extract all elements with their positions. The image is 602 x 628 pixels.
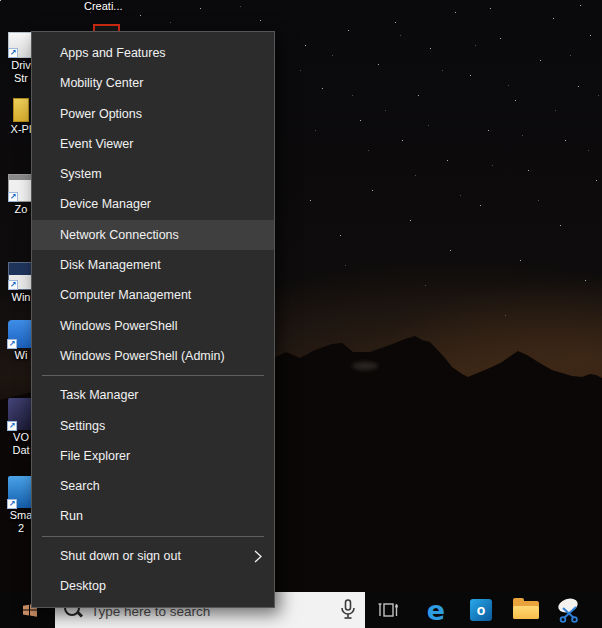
menu-item-file-explorer[interactable]: File Explorer (32, 441, 274, 471)
shortcut-arrow-icon: ↗ (7, 499, 17, 509)
menu-item-event-viewer[interactable]: Event Viewer (32, 129, 274, 159)
menu-item-desktop[interactable]: Desktop (32, 571, 274, 601)
folder-icon (513, 601, 539, 619)
search-icon-handle (77, 611, 83, 617)
task-view-button[interactable] (372, 592, 404, 628)
app-icon (13, 98, 29, 122)
snipping-tool-icon (554, 596, 584, 624)
menu-item-task-manager[interactable]: Task Manager (32, 380, 274, 410)
menu-item-system[interactable]: System (32, 159, 274, 189)
edge-icon: e (427, 597, 445, 624)
menu-item-run[interactable]: Run (32, 501, 274, 531)
file-explorer-button[interactable] (510, 592, 542, 628)
task-view-icon (376, 598, 400, 622)
shortcut-arrow-icon: ↗ (7, 421, 17, 431)
desktop-icon-creati-label[interactable]: Creati... (84, 0, 140, 12)
menu-item-label: Shut down or sign out (60, 549, 181, 563)
shortcut-arrow-icon: ↗ (8, 280, 18, 290)
menu-item-power-options[interactable]: Power Options (32, 99, 274, 129)
microphone-button[interactable] (335, 597, 361, 623)
menu-item-settings[interactable]: Settings (32, 411, 274, 441)
menu-separator (42, 536, 264, 537)
desktop-screen: Creati... ↗ Driv Str X-Pl ↗ Zo ↗ Win ↗ W… (0, 0, 602, 628)
menu-item-network-connections[interactable]: Network Connections (32, 220, 274, 250)
wallpaper-snow-patch (352, 362, 378, 370)
menu-item-disk-management[interactable]: Disk Management (32, 250, 274, 280)
menu-item-shut-down-or-sign-out[interactable]: Shut down or sign out (32, 541, 274, 571)
menu-item-apps-and-features[interactable]: Apps and Features (32, 38, 274, 68)
shortcut-arrow-icon: ↗ (7, 339, 17, 349)
edge-browser-button[interactable]: e (420, 592, 452, 628)
outlook-icon: o (470, 599, 492, 621)
menu-item-device-manager[interactable]: Device Manager (32, 189, 274, 219)
microphone-icon (335, 597, 361, 623)
menu-item-search[interactable]: Search (32, 471, 274, 501)
menu-separator (42, 375, 264, 376)
menu-item-windows-powershell-admin[interactable]: Windows PowerShell (Admin) (32, 341, 274, 371)
submenu-chevron-icon (254, 550, 262, 563)
menu-item-mobility-center[interactable]: Mobility Center (32, 68, 274, 98)
snipping-tool-button[interactable] (553, 592, 585, 628)
shortcut-arrow-icon: ↗ (8, 192, 18, 202)
shortcut-arrow-icon: ↗ (8, 48, 18, 58)
winx-menu: Apps and Features Mobility Center Power … (31, 31, 275, 608)
menu-item-windows-powershell[interactable]: Windows PowerShell (32, 311, 274, 341)
outlook-button[interactable]: o (465, 592, 497, 628)
menu-item-computer-management[interactable]: Computer Management (32, 280, 274, 310)
